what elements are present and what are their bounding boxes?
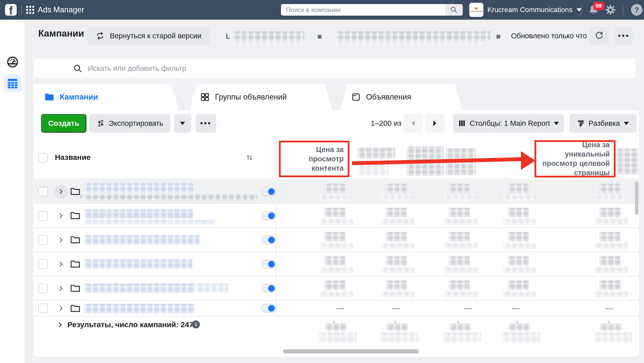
tab-ads[interactable]: Объявления	[340, 84, 462, 110]
blurred-value	[381, 243, 414, 249]
search-icon	[450, 6, 458, 14]
global-search	[281, 4, 463, 16]
sidebar-item-campaigns-active[interactable]	[4, 74, 22, 92]
expand-row-button[interactable]	[58, 212, 64, 219]
blurred-value	[449, 184, 470, 193]
expand-row-button[interactable]	[58, 236, 64, 244]
expand-row-button[interactable]	[58, 285, 64, 292]
revert-to-old-version-button[interactable]: Вернуться к старой версии	[87, 27, 209, 45]
blurred-summary-tick	[516, 321, 518, 323]
blurred-value	[444, 243, 477, 249]
ellipsis-icon: •••	[618, 33, 630, 38]
tab-ad-sets[interactable]: Группы объявлений	[189, 84, 332, 110]
row-checkbox[interactable]	[38, 235, 48, 245]
campaign-toggle-on[interactable]	[261, 284, 276, 293]
blurred-value	[508, 184, 529, 193]
row-checkbox[interactable]	[38, 187, 48, 196]
ellipsis-icon: •••	[200, 121, 211, 126]
blurred-value	[503, 267, 536, 273]
blurred-value	[381, 291, 414, 297]
global-search-button[interactable]	[445, 4, 463, 16]
breakdown-icon	[577, 119, 585, 127]
blurred-summary-caption	[502, 332, 540, 343]
horizontal-scrollbar[interactable]	[283, 349, 419, 353]
global-search-input[interactable]	[286, 4, 440, 16]
account-avatar[interactable]: KRUCREAM	[469, 3, 483, 17]
blurred-campaign-name	[84, 209, 193, 219]
sort-icon[interactable]	[245, 154, 254, 162]
info-icon[interactable]: i	[192, 320, 200, 328]
gear-icon	[605, 4, 616, 16]
refresh-button[interactable]	[590, 27, 608, 45]
create-button[interactable]: Создать	[41, 114, 86, 133]
blurred-value	[444, 218, 477, 225]
campaign-toggle-on[interactable]	[261, 211, 276, 220]
pin-navigation-button[interactable]	[4, 362, 22, 363]
account-switcher[interactable]: Krucream Communications	[487, 0, 582, 20]
campaign-toggle-on[interactable]	[261, 304, 276, 313]
sidebar-item-account-overview[interactable]	[4, 53, 22, 71]
app-grid-menu-button[interactable]	[25, 0, 35, 20]
campaign-toggle-on[interactable]	[261, 260, 276, 269]
row-checkbox[interactable]	[38, 284, 48, 293]
blurred-value	[508, 232, 529, 241]
table-row	[33, 228, 639, 252]
row-checkbox[interactable]	[38, 211, 48, 221]
topbar-divider	[623, 5, 623, 15]
blurred-value	[324, 232, 346, 241]
blurred-separator	[318, 35, 321, 39]
settings-button[interactable]	[604, 0, 617, 20]
expand-summary-button[interactable]	[57, 321, 63, 328]
ad-sets-icon	[200, 93, 209, 102]
expand-row-button[interactable]	[58, 261, 64, 268]
ads-icon	[351, 93, 361, 102]
chevron-left-icon	[410, 120, 416, 127]
blurred-separator	[496, 35, 500, 39]
export-dropdown-button[interactable]	[174, 114, 191, 133]
results-summary-label: Результаты, число кампаний: 247	[67, 320, 193, 329]
campaign-toggle-on[interactable]	[261, 235, 276, 245]
toolbar-more-button[interactable]: •••	[196, 114, 216, 133]
blurred-value	[320, 243, 353, 249]
select-all-checkbox[interactable]	[38, 153, 48, 163]
vertical-scrollbar[interactable]	[635, 182, 638, 215]
filter-search-input[interactable]	[88, 58, 440, 78]
blurred-value	[599, 184, 621, 193]
account-name: Krucream Communications	[487, 6, 573, 14]
table-row	[33, 276, 639, 300]
blurred-value	[508, 280, 529, 290]
highlighted-column-cost-per-unique-landing-page-view: Цена за уникальный просмотр целевой стра…	[534, 140, 616, 177]
folder-icon	[70, 187, 80, 196]
pagination-prev-button[interactable]	[403, 114, 423, 133]
campaign-toggle-on[interactable]	[261, 187, 276, 196]
blurred-value	[599, 256, 621, 266]
help-button[interactable]: ?	[631, 4, 642, 16]
row-checkbox[interactable]	[38, 259, 48, 269]
export-button[interactable]: Экспортировать	[89, 114, 170, 133]
table-row	[33, 252, 639, 276]
blurred-campaign-name	[84, 283, 195, 293]
blurred-campaign-name	[84, 235, 199, 245]
blurred-campaign-name	[196, 283, 229, 293]
notification-badge: 99	[593, 2, 604, 10]
blurred-value	[320, 291, 353, 297]
name-column-header: Название	[55, 153, 91, 162]
chevron-down-icon	[577, 8, 582, 12]
export-arrows-icon	[97, 119, 105, 127]
blurred-value	[449, 232, 470, 241]
columns-selector-button[interactable]: Столбцы: 1 Main Report	[453, 114, 564, 133]
blurred-summary-caption	[380, 332, 418, 343]
row-checkbox[interactable]	[38, 304, 48, 313]
more-options-button[interactable]: •••	[615, 27, 633, 45]
blurred-value	[599, 208, 621, 217]
blurred-value	[599, 280, 621, 290]
expand-row-button[interactable]	[58, 305, 64, 312]
pagination-next-button[interactable]	[425, 114, 445, 133]
facebook-logo-icon[interactable]: f	[5, 4, 17, 16]
breakdown-selector-button[interactable]: Разбивка	[569, 114, 636, 133]
expand-row-button[interactable]	[58, 188, 64, 195]
tab-campaigns[interactable]: Кампании	[33, 84, 179, 110]
blurred-value	[595, 243, 628, 249]
gauge-icon	[7, 56, 19, 68]
export-label: Экспортировать	[109, 119, 163, 128]
